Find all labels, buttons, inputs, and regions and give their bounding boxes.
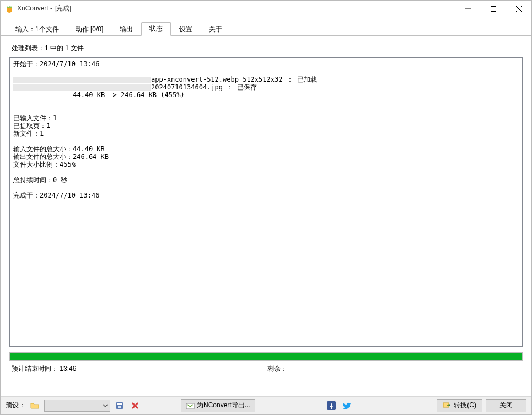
maximize-button[interactable]	[481, 1, 506, 17]
queue-summary: 处理列表：1 中的 1 文件	[12, 44, 523, 53]
convert-button[interactable]: 转换(C)	[437, 399, 482, 412]
status-log[interactable]: 开始于：2024/7/10 13:46 app-xnconvert-512.we…	[9, 57, 523, 347]
log-output-file: 20240710134604.jpg ： 已保存	[151, 83, 257, 91]
log-input-count: 已输入文件：1	[13, 114, 519, 122]
log-newfiles-count: 新文件：1	[13, 130, 519, 137]
svg-rect-7	[118, 406, 121, 408]
eta-label: 预计结束时间：	[12, 365, 58, 373]
tab-input[interactable]: 输入：1个文件	[7, 23, 67, 36]
titlebar: XnConvert - [完成]	[1, 1, 531, 17]
log-total-out-size: 输出文件的总大小：246.64 KB	[13, 153, 519, 161]
convert-button-label: 转换(C)	[454, 401, 476, 410]
save-icon	[115, 401, 124, 410]
tab-output[interactable]: 输出	[111, 23, 141, 36]
tab-actions[interactable]: 动作 [0/0]	[67, 23, 112, 36]
twitter-icon	[342, 401, 351, 410]
log-size-change: 44.40 KB -> 246.64 KB (455%)	[13, 91, 519, 99]
remaining-label: 剩余：	[267, 365, 287, 373]
svg-point-0	[7, 7, 12, 13]
redacted-input-path	[13, 77, 151, 83]
facebook-icon	[327, 401, 336, 410]
window-close-button[interactable]	[506, 1, 531, 17]
log-pages-count: 已提取页：1	[13, 122, 519, 130]
preset-label: 预设：	[6, 401, 25, 410]
preset-open-button[interactable]	[29, 400, 41, 412]
svg-rect-2	[491, 6, 496, 11]
app-icon	[5, 4, 14, 13]
twitter-button[interactable]	[341, 400, 353, 412]
chevron-down-icon	[103, 403, 108, 408]
eta-value: 13:46	[60, 365, 76, 373]
facebook-button[interactable]	[325, 400, 337, 412]
tab-about[interactable]: 关于	[201, 23, 230, 36]
folder-icon	[30, 401, 39, 410]
log-start-time: 2024/7/10 13:46	[40, 60, 99, 68]
log-duration: 总持续时间：0 秒	[13, 176, 519, 184]
log-start-label: 开始于：	[13, 60, 40, 68]
preset-delete-button[interactable]	[129, 400, 141, 412]
svg-rect-10	[186, 403, 194, 409]
export-nconvert-label: 为NConvert导出...	[197, 401, 250, 410]
bottom-toolbar: 预设：	[1, 396, 531, 414]
log-end-time: 2024/7/10 13:46	[40, 191, 99, 199]
export-icon	[186, 401, 195, 410]
minimize-button[interactable]	[455, 1, 481, 17]
window-title: XnConvert - [完成]	[17, 4, 71, 13]
svg-rect-6	[117, 403, 122, 405]
export-nconvert-button[interactable]: 为NConvert导出...	[181, 399, 255, 412]
preset-dropdown[interactable]	[44, 400, 110, 412]
log-size-ratio: 文件大小比例：455%	[13, 161, 519, 168]
tab-bar: 输入：1个文件 动作 [0/0] 输出 状态 设置 关于	[1, 23, 531, 36]
close-button-label: 关闭	[499, 401, 513, 410]
progress-bar	[9, 352, 523, 361]
log-total-in-size: 输入文件的总大小：44.40 KB	[13, 145, 519, 153]
tab-status[interactable]: 状态	[141, 22, 171, 36]
preset-save-button[interactable]	[114, 400, 126, 412]
redacted-output-path	[13, 84, 151, 91]
convert-icon	[443, 401, 452, 410]
tab-settings[interactable]: 设置	[171, 23, 201, 36]
log-input-file: app-xnconvert-512.webp 512x512x32 ： 已加载	[151, 76, 317, 83]
delete-icon	[131, 402, 139, 409]
close-button[interactable]: 关闭	[486, 399, 526, 412]
progress-bar-fill	[10, 353, 522, 360]
log-end-label: 完成于：	[13, 191, 40, 199]
